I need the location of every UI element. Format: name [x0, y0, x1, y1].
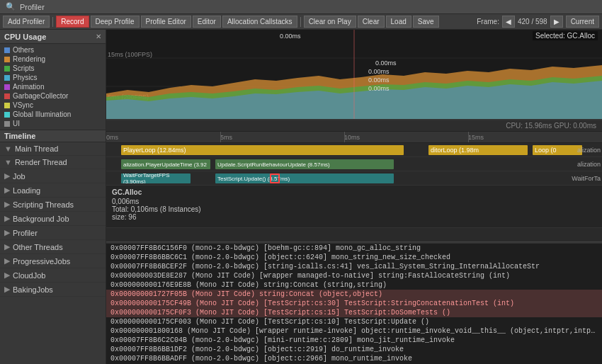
stack-line-5[interactable]: 0x000000001727F05B (Mono JIT Code) strin…	[106, 290, 602, 299]
stack-line-2: 0x00007FF8B6BCEF2F (mono-2.0-bdwgc) [str…	[106, 262, 602, 271]
window-icon: 🔍	[6, 2, 16, 11]
legend-item-rendering: Rendering	[0, 55, 106, 64]
main-layout: CPU Usage ✕ Others Rendering Scripts Phy…	[0, 30, 602, 364]
time-ruler: 0ms 5ms 10ms 15ms	[106, 132, 602, 143]
alization-bar: alization	[577, 143, 601, 157]
profile-editor-button[interactable]: Profile Editor	[141, 16, 191, 28]
render-thread-track	[106, 228, 602, 242]
prev-frame-button[interactable]: ◀	[502, 16, 515, 28]
legend-item-physics: Physics	[0, 73, 106, 82]
left-panel: CPU Usage ✕ Others Rendering Scripts Phy…	[0, 30, 106, 364]
window-title: Profiler	[20, 3, 45, 11]
call-stack-area[interactable]: 0x00007FF8B6C156F0 (mono-2.0-bdwgc) [boe…	[106, 244, 602, 364]
close-icon[interactable]: ✕	[96, 33, 101, 40]
next-frame-button[interactable]: ▶	[550, 16, 563, 28]
cpu-chart-area: Selected: GC.Alloc 15ms (100FPS) 5ms (20…	[106, 30, 602, 120]
time-15ms: 15ms	[468, 134, 484, 141]
stack-line-12: 0x00007FF8B6BBADFF (mono-2.0-bdwgc) [obj…	[106, 354, 602, 363]
gc-alloc-total: Total: 0,106ms (8 Instances)	[112, 205, 596, 213]
thread-item-progressive[interactable]: ▶ ProgressiveJobs	[0, 254, 106, 268]
timeline-label: Timeline	[0, 130, 106, 142]
thread-item-cloud[interactable]: ▶ CloudJob	[0, 268, 106, 283]
stack-line-4: 0x000000000176E9E8B (Mono JIT Code) stri…	[106, 280, 602, 290]
stack-line-3: 0x000000003DE8E287 (Mono JIT Code) [wrap…	[106, 271, 602, 280]
gc-alloc-time: 0,006ms	[112, 198, 596, 205]
thread-item-job[interactable]: ▶ Job	[0, 169, 106, 183]
svg-text:0.00ms: 0.00ms	[280, 33, 301, 40]
right-panel: Selected: GC.Alloc 15ms (100FPS) 5ms (20…	[106, 30, 602, 364]
allocation-callstacks-button[interactable]: Allocation Callstacks	[222, 16, 297, 28]
gc-alloc-name: GC.Alloc	[112, 188, 596, 196]
svg-text:0.00ms: 0.00ms	[375, 59, 397, 67]
cpu-info: CPU: 15.96ms GPU: 0.00ms	[506, 122, 596, 130]
time-10ms: 10ms	[344, 134, 360, 141]
load-button[interactable]: Load	[386, 16, 411, 28]
save-button[interactable]: Save	[413, 16, 439, 28]
cpu-usage-title: CPU Usage	[4, 33, 46, 41]
thread-item-loading[interactable]: ▶ Loading	[0, 183, 106, 198]
thread-item-bgjob[interactable]: ▶ Background Job	[0, 212, 106, 226]
legend-item-gc: GarbageCollector	[0, 91, 106, 101]
toolbar: Add Profiler Record Deep Profile Profile…	[0, 14, 602, 30]
gc-alloc-size: size: 96	[112, 213, 596, 221]
legend-item-scripts: Scripts	[0, 64, 106, 73]
main-thread-track-2: alization.PlayerUpdateTime (3.92 Update.…	[106, 157, 602, 171]
window-title-bar: 🔍 Profiler	[0, 0, 602, 14]
svg-text:0.00ms: 0.00ms	[368, 68, 390, 75]
cpu-usage-header: CPU Usage ✕	[0, 30, 106, 44]
time-5ms: 5ms	[220, 134, 232, 141]
stack-line-8: 0x000000000175CF003 (Mono JIT Code) [Tes…	[106, 317, 602, 326]
thread-item-profiler[interactable]: ▶ Profiler	[0, 226, 106, 240]
thread-item-main[interactable]: ▼ Main Thread	[0, 142, 106, 156]
toolbar-sep-2	[300, 17, 301, 27]
clear-button[interactable]: Clear	[358, 16, 385, 28]
legend-item-others: Others	[0, 45, 106, 55]
add-profiler-button[interactable]: Add Profiler	[3, 16, 50, 28]
deep-profile-button[interactable]: Deep Profile	[91, 16, 140, 28]
selected-label: Selected: GC.Alloc	[533, 31, 598, 40]
thread-list[interactable]: ▼ Main Thread ▼ Render Thread ▶ Job ▶ Lo…	[0, 142, 106, 364]
main-thread-track-1: PlayerLoop (12.84ms) ditorLoop (1.98m Lo…	[106, 143, 602, 157]
gc-alloc-bar[interactable]	[270, 174, 280, 183]
legend-item-ui: UI	[0, 119, 106, 128]
legend-color-others	[4, 47, 10, 53]
svg-text:15ms (100FPS): 15ms (100FPS)	[108, 51, 152, 58]
record-button[interactable]: Record	[56, 16, 89, 28]
stack-line-11: 0x00007FF8B6BB1DF2 (mono-2.0-bdwgc) [obj…	[106, 345, 602, 354]
legend-item-vsync: VSync	[0, 101, 106, 110]
legend-item-gi: Global Illumination	[0, 110, 106, 119]
stack-line-1: 0x00007FF8B6BBC6C1 (mono-2.0-bdwgc) [obj…	[106, 253, 602, 262]
cpu-chart-svg: 15ms (100FPS) 5ms (200FPS) 0.00ms 0.00ms…	[106, 30, 602, 120]
stack-line-7[interactable]: 0x000000000175CF0F3 (Mono JIT Code) [Tes…	[106, 308, 602, 317]
frame-info: Frame: ◀ 420 / 598 ▶ Current	[477, 16, 599, 28]
frame-label: Frame:	[477, 18, 499, 25]
timeline-cpu-header: CPU: 15.96ms GPU: 0.00ms	[106, 120, 602, 132]
gc-alloc-info: GC.Alloc 0,006ms Total: 0,106ms (8 Insta…	[106, 186, 602, 228]
thread-item-scripting[interactable]: ▶ Scripting Threads	[0, 198, 106, 212]
thread-item-render[interactable]: ▼ Render Thread	[0, 156, 106, 169]
toolbar-sep-1	[52, 17, 53, 27]
legend-area: Others Rendering Scripts Physics Animati…	[0, 44, 106, 130]
current-button[interactable]: Current	[566, 16, 599, 28]
frame-current: 420 / 598	[518, 18, 547, 25]
svg-text:0.00ms: 0.00ms	[368, 76, 390, 84]
stack-line-0: 0x00007FF8B6C156F0 (mono-2.0-bdwgc) [boe…	[106, 244, 602, 253]
tracks-area[interactable]: PlayerLoop (12.84ms) ditorLoop (1.98m Lo…	[106, 143, 602, 244]
legend-item-animation: Animation	[0, 82, 106, 91]
svg-text:0.00ms: 0.00ms	[368, 85, 390, 92]
thread-item-baking[interactable]: ▶ BakingJobs	[0, 283, 106, 297]
stack-line-10: 0x00007FF8B6C2C04B (mono-2.0-bdwgc) [min…	[106, 336, 602, 345]
stack-line-6[interactable]: 0x000000000175CF49B (Mono JIT Code) [Tes…	[106, 299, 602, 308]
clear-on-play-button[interactable]: Clear on Play	[304, 16, 356, 28]
stack-line-9: 0x000000001800168 (Mono JIT Code) [wrapp…	[106, 326, 602, 336]
thread-item-other[interactable]: ▶ Other Threads	[0, 240, 106, 254]
editor-button[interactable]: Editor	[193, 16, 221, 28]
main-thread-track-3: WaitForTargetFPS (3.90ms) TestScript.Upd…	[106, 171, 602, 186]
time-0ms: 0ms	[106, 134, 118, 141]
